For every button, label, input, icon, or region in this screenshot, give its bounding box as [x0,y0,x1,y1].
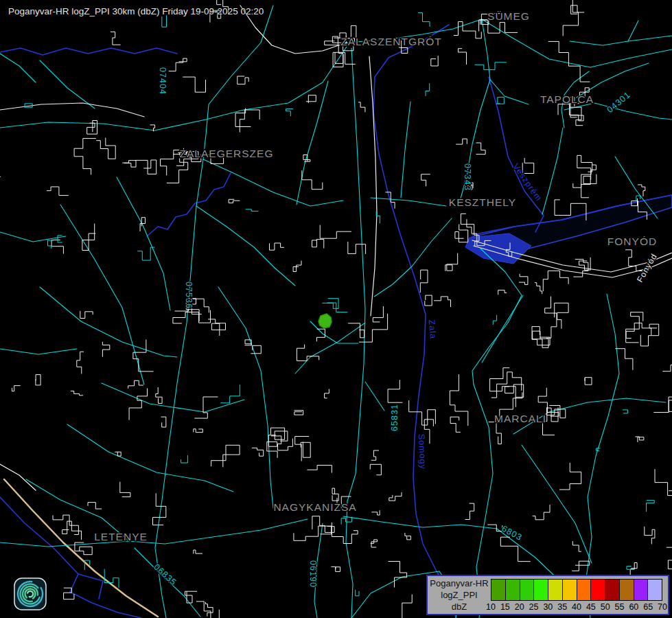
city-label: ZALASZENTGRÓT [340,36,441,47]
legend-cells [491,579,662,601]
legend-tick-label: 30 [543,602,553,612]
city-label: MARCALI [494,413,546,424]
legend-color-cell [605,579,620,601]
city-label: SÜMEG [487,10,530,22]
map-labels: ZALASZENTGRÓTSÜMEGTAPOLCAZALAEGERSZEGKES… [94,10,659,588]
road-number-label: 06835 [152,562,178,588]
radar-map-canvas: ZALASZENTGRÓTSÜMEGTAPOLCAZALAEGERSZEGKES… [0,0,672,618]
legend-station: Poganyvar-HR [428,578,491,590]
radar-title: Poganyvar-HR logZ_PPI 30km (dbZ) Friday … [8,6,264,16]
road-number-label: 07343 [463,163,472,191]
color-scale-legend: Poganyvar-HR logZ_PPI dbZ 10152025303540… [426,575,669,615]
road-number-label: 65831 [390,404,399,431]
legend-color-cell [533,579,548,601]
rivers-boundaries [0,25,672,618]
settlement-outlines [0,0,672,618]
legend-unit: dbZ [428,602,491,613]
legend-color-bar: 10152025303540455055606570 [491,576,662,614]
legend-tick-label: 10 [486,602,496,612]
legend-tick-label: 60 [629,602,638,612]
legend-tick-label: 55 [615,602,625,612]
radar-display: ZALASZENTGRÓTSÜMEGTAPOLCAZALAEGERSZEGKES… [0,0,672,618]
city-label: FONYÓD [607,236,657,247]
city-label: NAGYKANIZSA [273,501,356,513]
legend-color-cell [619,579,634,601]
city-label: ZALAEGERSZEG [180,148,274,159]
legend-tick-label: 70 [658,602,667,612]
legend-tick-label: 15 [500,602,510,612]
legend-color-cell [505,579,520,601]
legend-color-cell [548,579,563,601]
legend-color-cell [634,579,649,601]
railway-station-label: Fonyód [635,252,659,284]
legend-tick-label: 65 [643,602,653,612]
road-number-label: 04301 [605,90,632,115]
legend-text: Poganyvar-HR logZ_PPI dbZ [428,576,491,614]
legend-product: logZ_PPI [428,590,491,602]
legend-color-cell [590,579,605,601]
county-label: Zala [427,319,438,339]
legend-tick-label: 25 [529,602,539,612]
road-number-label: 06190 [308,560,318,588]
met-spiral-logo [14,577,47,610]
legend-color-cell [577,579,592,601]
legend-color-cell [520,579,535,601]
legend-color-cell [562,579,577,601]
road-number-label: 07404 [158,67,167,95]
legend-ticks: 10152025303540455055606570 [491,602,662,613]
radar-echo [318,314,332,328]
legend-color-cell [491,579,506,601]
legend-tick-label: 35 [557,602,567,612]
city-label: KESZTHELY [449,196,516,208]
major-roads-railways [0,5,672,490]
legend-color-cell [647,579,662,601]
road-number-label: 07536 [184,282,194,309]
county-label: Somogy [417,434,428,470]
legend-tick-label: 40 [572,602,581,612]
legend-tick-label: 20 [515,602,524,612]
legend-tick-label: 50 [601,602,610,612]
city-label: LETENYE [94,531,148,542]
legend-tick-label: 45 [586,602,596,612]
city-label: TAPOLCA [540,93,594,105]
